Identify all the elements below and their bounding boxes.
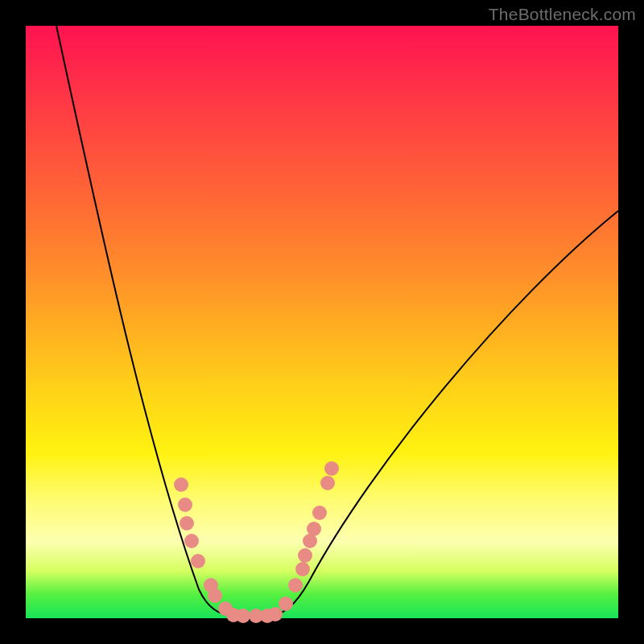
data-marker [208, 588, 222, 603]
curve-markers [174, 461, 339, 623]
data-marker [236, 609, 250, 623]
data-marker [288, 578, 303, 592]
data-marker [174, 477, 188, 492]
plot-area [26, 26, 618, 618]
data-marker [324, 461, 339, 476]
data-marker [268, 607, 283, 621]
data-marker [307, 522, 321, 536]
data-marker [178, 497, 192, 512]
data-marker [184, 534, 199, 548]
data-marker [298, 548, 312, 563]
watermark-text: TheBottleneck.com [489, 5, 636, 24]
bottleneck-curve [56, 26, 618, 616]
data-marker [312, 506, 327, 520]
data-marker [320, 476, 335, 490]
data-marker [295, 562, 310, 576]
curve-layer [26, 26, 618, 618]
data-marker [180, 516, 194, 530]
chart-frame: TheBottleneck.com [0, 0, 644, 644]
data-marker [191, 554, 205, 568]
data-marker [279, 597, 293, 611]
